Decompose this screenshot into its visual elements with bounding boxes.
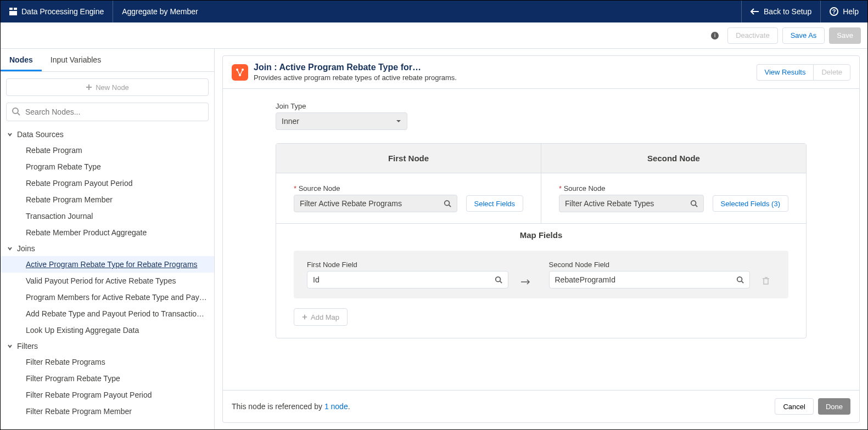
tree-item[interactable]: Filter Rebate Program Payout Period [1, 387, 214, 403]
node-tree: Data Sources Rebate Program Program Reba… [1, 121, 214, 429]
tree-item[interactable]: Look Up Existing Aggregate Data [1, 322, 214, 338]
second-node-header: Second Node [541, 144, 806, 173]
app-name: Data Processing Engine [21, 7, 104, 16]
tree-item[interactable]: Filter Rebate Program Member [1, 403, 214, 420]
content-area: Join : Active Program Rebate Type for… P… [215, 49, 867, 429]
chevron-down-icon [7, 132, 14, 137]
tree-item[interactable]: Filter Program Rebate Type [1, 370, 214, 387]
tree-group-data-sources[interactable]: Data Sources [1, 127, 214, 142]
done-button[interactable]: Done [818, 398, 850, 415]
node-subtitle: Provides active program rebate types of … [254, 73, 751, 82]
first-source-label: Source Node [294, 184, 523, 193]
first-source-node-input[interactable]: Filter Active Rebate Programs [294, 195, 457, 212]
chevron-down-icon [7, 343, 14, 349]
view-results-button[interactable]: View Results [757, 64, 814, 81]
help-icon: ? [830, 7, 838, 16]
chevron-down-icon [7, 246, 14, 251]
tree-item[interactable]: Add Rebate Type and Payout Period to Tra… [1, 305, 214, 322]
second-source-label: Source Node [559, 184, 788, 193]
join-type-value: Inner [282, 117, 299, 126]
tab-input-variables[interactable]: Input Variables [42, 49, 110, 71]
first-node-header: First Node [276, 144, 541, 173]
svg-rect-0 [9, 8, 13, 10]
search-icon [736, 276, 744, 284]
plus-icon [86, 84, 92, 90]
second-node-field-input[interactable]: RebateProgramId [549, 271, 751, 288]
second-node-field-label: Second Node Field [549, 261, 751, 269]
second-source-node-input[interactable]: Filter Active Rebate Types [559, 195, 704, 212]
sidebar: Nodes Input Variables New Node [1, 49, 215, 429]
tab-nodes[interactable]: Nodes [1, 49, 42, 71]
tree-item[interactable]: Rebate Program Payout Period [1, 175, 214, 191]
search-icon [690, 200, 698, 207]
new-node-label: New Node [96, 83, 129, 92]
referenced-nodes-link[interactable]: 1 node [324, 402, 348, 411]
svg-rect-2 [9, 11, 17, 15]
arrow-left-icon [751, 8, 759, 15]
join-node-icon [232, 64, 248, 81]
search-nodes-input[interactable] [6, 103, 209, 121]
search-icon [12, 107, 20, 116]
chevron-down-icon [396, 118, 401, 124]
footer-reference-text: This node is referenced by 1 node. [232, 402, 350, 411]
search-icon [495, 276, 502, 284]
tree-item[interactable]: Valid Payout Period for Active Rebate Ty… [1, 273, 214, 289]
first-node-field-input[interactable]: Id [307, 271, 508, 288]
back-label: Back to Setup [764, 7, 811, 16]
svg-text:?: ? [832, 8, 836, 15]
first-node-field-label: First Node Field [307, 261, 508, 269]
map-fields-row: First Node Field Id Second Node Fiel [294, 251, 788, 298]
tree-group-filters[interactable]: Filters [1, 338, 214, 354]
action-bar: i Deactivate Save As Save [1, 22, 867, 49]
add-map-button[interactable]: Add Map [294, 308, 348, 326]
tree-group-joins[interactable]: Joins [1, 241, 214, 256]
sidebar-tabs: Nodes Input Variables [1, 49, 214, 72]
tree-item-active[interactable]: Active Program Rebate Type for Rebate Pr… [1, 256, 214, 273]
tree-item[interactable]: Rebate Program Member [1, 191, 214, 208]
tree-item[interactable]: Transaction Journal [1, 208, 214, 224]
save-as-button[interactable]: Save As [782, 27, 825, 44]
join-type-select[interactable]: Inner [276, 112, 407, 130]
tree-item[interactable]: Filter Rebate Programs [1, 354, 214, 370]
svg-rect-1 [14, 8, 17, 10]
top-nav: Data Processing Engine Aggregate by Memb… [1, 1, 867, 22]
node-detail-card: Join : Active Program Rebate Type for… P… [222, 55, 860, 423]
first-select-fields-button[interactable]: Select Fields [466, 195, 523, 212]
svg-point-5 [13, 108, 18, 114]
help-button[interactable]: ? Help [820, 1, 867, 22]
help-label: Help [843, 7, 859, 16]
app-icon [9, 8, 17, 15]
delete-node-button[interactable]: Delete [813, 64, 850, 81]
deactivate-button[interactable]: Deactivate [727, 27, 777, 44]
join-type-label: Join Type [276, 102, 807, 110]
page-title: Aggregate by Member [113, 7, 207, 16]
node-title: Join : Active Program Rebate Type for… [254, 63, 751, 72]
plus-icon [302, 314, 307, 320]
tree-item[interactable]: Rebate Member Product Aggregate [1, 224, 214, 241]
second-select-fields-button[interactable]: Selected Fields (3) [713, 195, 788, 212]
search-icon [444, 200, 451, 207]
tree-item[interactable]: Program Members for Active Rebate Type a… [1, 289, 214, 305]
cancel-button[interactable]: Cancel [775, 398, 813, 415]
svg-point-9 [444, 201, 449, 206]
new-node-button[interactable]: New Node [6, 78, 209, 96]
tree-item[interactable]: Program Rebate Type [1, 159, 214, 175]
svg-point-10 [691, 201, 696, 206]
svg-point-11 [495, 277, 500, 282]
tree-item[interactable]: Rebate Program [1, 142, 214, 159]
info-icon[interactable]: i [711, 32, 719, 39]
arrow-right-icon [520, 279, 537, 288]
save-button[interactable]: Save [829, 27, 861, 44]
back-to-setup-button[interactable]: Back to Setup [741, 1, 820, 22]
app-switcher[interactable]: Data Processing Engine [1, 1, 113, 22]
map-fields-header: Map Fields [276, 223, 806, 246]
delete-map-button[interactable] [762, 276, 775, 288]
svg-point-12 [737, 277, 742, 282]
